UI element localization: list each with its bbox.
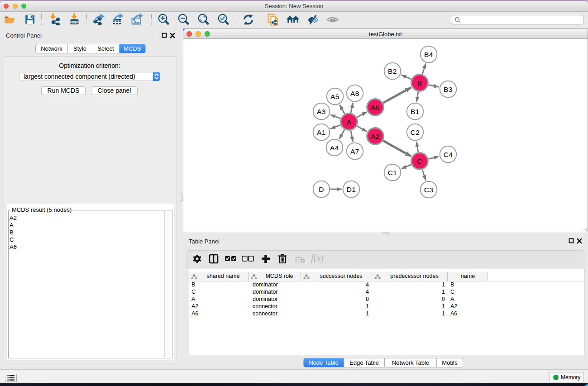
svg-text:A6: A6 <box>371 104 380 111</box>
svg-text:B2: B2 <box>388 67 397 75</box>
svg-text:C: C <box>417 157 422 165</box>
svg-text:C4: C4 <box>444 151 453 158</box>
svg-text:A: A <box>347 118 352 126</box>
svg-text:A4: A4 <box>330 144 339 152</box>
svg-text:A7: A7 <box>350 148 359 155</box>
svg-text:C3: C3 <box>424 186 434 194</box>
svg-text:B: B <box>417 79 422 87</box>
svg-text:A2: A2 <box>371 133 380 140</box>
svg-text:D: D <box>319 186 324 193</box>
svg-text:B1: B1 <box>411 108 420 115</box>
svg-text:B3: B3 <box>444 86 453 93</box>
svg-text:A8: A8 <box>350 90 359 97</box>
svg-text:C2: C2 <box>411 129 420 136</box>
svg-text:B4: B4 <box>424 51 433 58</box>
svg-text:A1: A1 <box>317 129 326 136</box>
svg-text:D1: D1 <box>347 186 356 193</box>
svg-text:A3: A3 <box>317 108 326 115</box>
svg-text:C1: C1 <box>388 169 397 176</box>
svg-text:A5: A5 <box>330 93 339 100</box>
